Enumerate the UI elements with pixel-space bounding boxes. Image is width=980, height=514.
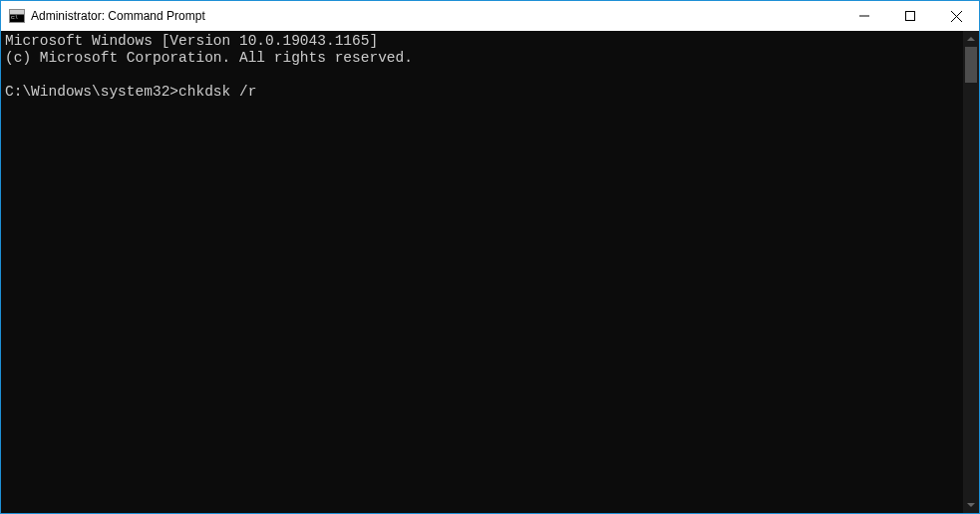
scroll-down-button[interactable] — [963, 497, 979, 513]
vertical-scrollbar[interactable] — [963, 31, 979, 513]
minimize-button[interactable] — [841, 1, 887, 31]
terminal-area: Microsoft Windows [Version 10.0.19043.11… — [1, 31, 979, 513]
title-left: c:\ Administrator: Command Prompt — [1, 9, 205, 23]
minimize-icon — [859, 11, 869, 21]
prompt-text: C:\Windows\system32> — [5, 84, 178, 100]
command-input[interactable]: chkdsk /r — [178, 84, 256, 100]
output-line: Microsoft Windows [Version 10.0.19043.11… — [5, 33, 378, 49]
command-prompt-window: c:\ Administrator: Command Prompt Micros… — [0, 0, 980, 514]
title-bar[interactable]: c:\ Administrator: Command Prompt — [1, 1, 979, 31]
window-controls — [841, 1, 979, 31]
svg-rect-1 — [906, 12, 915, 21]
maximize-icon — [905, 11, 915, 21]
scroll-up-button[interactable] — [963, 31, 979, 47]
maximize-button[interactable] — [887, 1, 933, 31]
close-icon — [951, 11, 962, 22]
output-line: (c) Microsoft Corporation. All rights re… — [5, 50, 413, 66]
close-button[interactable] — [933, 1, 979, 31]
cmd-icon: c:\ — [9, 9, 25, 23]
scroll-thumb[interactable] — [965, 47, 977, 83]
terminal-content[interactable]: Microsoft Windows [Version 10.0.19043.11… — [1, 31, 963, 513]
window-title: Administrator: Command Prompt — [31, 9, 205, 23]
